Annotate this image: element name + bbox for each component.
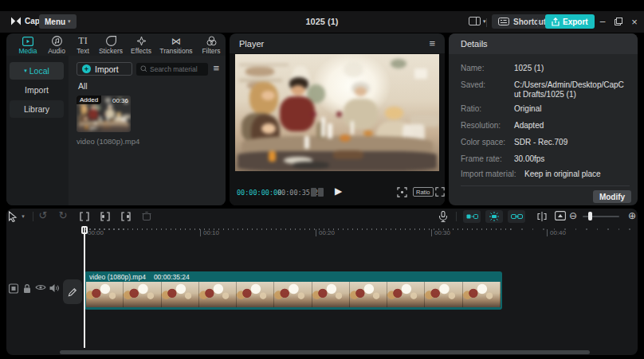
- linking-toggle[interactable]: [508, 210, 525, 223]
- detail-row-saved: Saved: C:/Users/Admin/Desktop/CapCut Dra…: [461, 80, 628, 100]
- select-tool-icon[interactable]: [8, 211, 18, 222]
- toolbar-divider: [33, 212, 33, 221]
- media-content: + Import ≡ All Added 00:36 video (1080p)…: [69, 56, 226, 205]
- timeline-zoom-out-icon[interactable]: ⊖: [569, 210, 577, 221]
- timeline-zoom-handle[interactable]: [588, 212, 592, 220]
- shortcut-button[interactable]: Shortcut: [492, 14, 552, 29]
- export-icon: [552, 18, 560, 26]
- added-badge: Added: [77, 96, 101, 104]
- main-track-icon[interactable]: [9, 283, 19, 294]
- edit-cover-button[interactable]: [63, 279, 82, 304]
- tab-audio[interactable]: Audio: [42, 36, 71, 55]
- play-button[interactable]: ▶: [335, 185, 342, 197]
- tab-transitions[interactable]: ⋈ Transitions: [155, 36, 197, 55]
- undo-icon[interactable]: ↺: [39, 209, 48, 221]
- timeline-video-clip[interactable]: video (1080p).mp4 00:00:35:24: [84, 271, 502, 310]
- delete-right-icon[interactable]: [120, 211, 132, 222]
- player-controls: 00:00:00:00 00:00:35:24 ▶ Ratio: [230, 181, 445, 202]
- filmstrip-frame: [124, 282, 161, 307]
- filmstrip-frame: [199, 282, 237, 307]
- filmstrip-frame: [237, 282, 274, 307]
- sidebar-item-library[interactable]: Library: [10, 100, 64, 118]
- sidebar-item-local[interactable]: ▾ Local: [10, 62, 64, 80]
- ruler-ticks-sparse: [511, 228, 631, 230]
- mute-speaker-icon[interactable]: [49, 283, 60, 293]
- filmstrip-frame: [350, 282, 387, 307]
- filmstrip-frame: [312, 282, 350, 307]
- view-options-icon[interactable]: ≡: [213, 62, 219, 74]
- media-item-filename: video (1080p).mp4: [77, 137, 139, 146]
- clip-duration: 00:00:35:24: [154, 273, 190, 281]
- sidebar-item-import[interactable]: Import: [10, 81, 64, 99]
- filmstrip-frame: [463, 282, 501, 307]
- tab-text[interactable]: TI Text: [71, 36, 95, 55]
- player-header: Player ≡: [230, 33, 445, 53]
- media-tabbar: Media Audio TI Text Stickers: [6, 33, 226, 54]
- transitions-icon: ⋈: [171, 36, 181, 46]
- delete-icon[interactable]: [142, 211, 152, 221]
- modify-button[interactable]: Modify: [593, 190, 631, 203]
- media-item-thumbnail[interactable]: Added 00:36: [77, 96, 131, 132]
- fullscreen-icon[interactable]: [435, 187, 445, 197]
- focus-icon[interactable]: [397, 187, 407, 197]
- search-input[interactable]: [150, 65, 206, 73]
- tab-media[interactable]: Media: [14, 36, 42, 55]
- tab-stickers[interactable]: Stickers: [95, 36, 127, 55]
- text-icon: TI: [78, 36, 87, 46]
- timeline-zoom-in-icon[interactable]: ⊕: [628, 210, 636, 221]
- filter-all-label: All: [78, 81, 88, 91]
- detail-row-resolution: Resolution: Adapted: [461, 121, 628, 131]
- current-time: 00:00:00:00: [237, 189, 281, 197]
- filmstrip-frame: [387, 282, 425, 307]
- titlebar-divider: [537, 18, 538, 27]
- auto-ripple-toggle[interactable]: [463, 210, 481, 223]
- title-bar: CapCut Menu ▾ 1025 (1) ▾ Shortcut Export: [0, 11, 644, 33]
- filters-icon: [206, 36, 217, 46]
- timeline-horizontal-scrollbar[interactable]: [60, 350, 590, 354]
- player-menu-icon[interactable]: ≡: [429, 37, 435, 49]
- details-header: Details: [449, 33, 638, 54]
- clip-filmstrip: [86, 282, 501, 307]
- close-button[interactable]: ×: [628, 15, 641, 28]
- ruler-label: 00:30: [431, 229, 450, 236]
- restore-button[interactable]: [612, 15, 625, 28]
- tab-filters[interactable]: Filters: [197, 36, 226, 55]
- layout-switch-button[interactable]: ▾: [469, 17, 486, 25]
- main-track-magnet-toggle[interactable]: [485, 210, 503, 223]
- clip-filename: video (1080p).mp4: [89, 273, 146, 281]
- ratio-button[interactable]: Ratio: [413, 187, 434, 197]
- redo-icon[interactable]: ↻: [59, 209, 68, 221]
- microphone-icon[interactable]: [439, 211, 448, 222]
- lock-icon[interactable]: [22, 283, 32, 294]
- caret-down-icon: ▾: [24, 68, 27, 74]
- delete-left-icon[interactable]: [100, 211, 111, 222]
- import-button[interactable]: + Import: [77, 62, 132, 76]
- capcut-window: CapCut Menu ▾ 1025 (1) ▾ Shortcut Export: [0, 0, 644, 359]
- sticker-icon: [106, 36, 116, 46]
- select-tool-caret[interactable]: ▾: [22, 213, 25, 220]
- chevron-down-icon: ▾: [483, 18, 486, 25]
- preview-axis-icon[interactable]: [536, 211, 548, 222]
- layout-icon: [469, 17, 481, 25]
- detail-row-colorspace: Color space: SDR - Rec.709: [461, 138, 628, 147]
- render-preview-icon[interactable]: [555, 211, 566, 220]
- playhead-line[interactable]: [84, 227, 85, 348]
- filmstrip-frame: [274, 282, 312, 307]
- filmstrip-frame: [162, 282, 199, 307]
- audio-icon: [52, 36, 62, 46]
- detail-row-name: Name: 1025 (1): [461, 64, 628, 73]
- minimize-button[interactable]: –: [596, 15, 609, 28]
- tab-effects[interactable]: Effects: [127, 36, 155, 55]
- search-box[interactable]: [136, 63, 208, 76]
- export-button[interactable]: Export: [545, 14, 595, 29]
- clip-header: video (1080p).mp4 00:00:35:24: [89, 272, 190, 282]
- detail-row-import-material: Import material: Keep in original place: [461, 170, 628, 179]
- playhead-handle[interactable]: [81, 226, 88, 234]
- hide-track-eye-icon[interactable]: [35, 283, 46, 291]
- timeline-ruler[interactable]: 00:00 00:10 00:20 00:30 00:40: [67, 226, 638, 239]
- split-icon[interactable]: [79, 211, 90, 222]
- player-panel: Player ≡ 00:00:00:00 00:00:35:24 ▶ Ratio: [230, 33, 445, 205]
- video-preview[interactable]: [235, 54, 439, 171]
- ruler-label: 00:20: [316, 229, 335, 236]
- frame-by-frame-icon[interactable]: [311, 188, 324, 197]
